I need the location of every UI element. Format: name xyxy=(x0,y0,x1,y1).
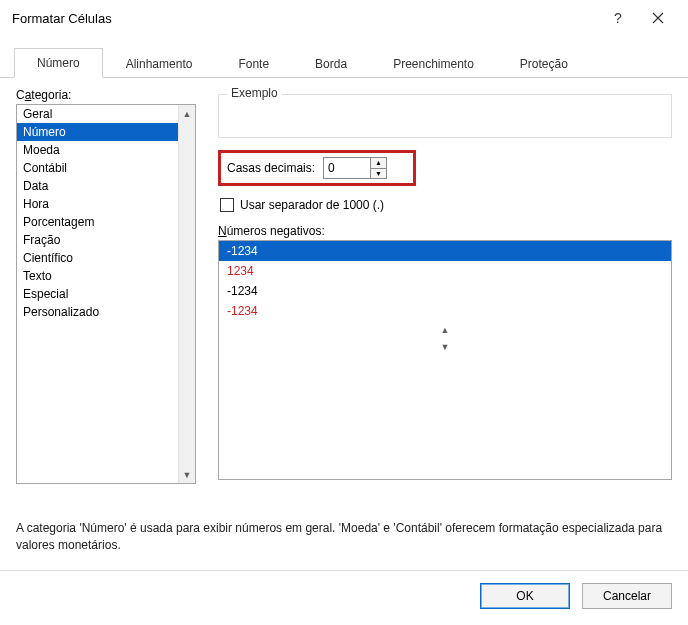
category-description: A categoria 'Número' é usada para exibir… xyxy=(16,506,672,564)
list-item[interactable]: Geral xyxy=(17,105,195,123)
spinner-buttons: ▲ ▼ xyxy=(370,158,386,178)
decimal-places-input[interactable] xyxy=(324,158,370,178)
negative-numbers-label: Números negativos: xyxy=(218,224,672,238)
list-item[interactable]: 1234 xyxy=(219,261,671,281)
list-item[interactable]: Especial xyxy=(17,285,195,303)
close-icon xyxy=(652,12,664,24)
scroll-down-icon[interactable]: ▼ xyxy=(219,338,671,355)
scroll-up-icon[interactable]: ▲ xyxy=(219,321,671,338)
category-scrollbar[interactable]: ▲ ▼ xyxy=(178,105,195,483)
list-item[interactable]: Data xyxy=(17,177,195,195)
list-item[interactable]: -1234 xyxy=(219,241,671,261)
example-groupbox: Exemplo xyxy=(218,94,672,138)
dialog-title: Formatar Células xyxy=(12,11,598,26)
cancel-button[interactable]: Cancelar xyxy=(582,583,672,609)
negative-numbers-items: -12341234-1234-1234 xyxy=(219,241,671,321)
tab-preenchimento[interactable]: Preenchimento xyxy=(370,49,497,78)
tab-strip: NúmeroAlinhamentoFonteBordaPreenchimento… xyxy=(0,34,688,78)
thousands-separator-row: Usar separador de 1000 (.) xyxy=(218,198,672,212)
format-cells-dialog: Formatar Células ? NúmeroAlinhamentoFont… xyxy=(0,0,688,625)
spinner-down-icon[interactable]: ▼ xyxy=(371,169,386,179)
list-item[interactable]: Científico xyxy=(17,249,195,267)
category-column: Categoria: GeralNúmeroMoedaContábilDataH… xyxy=(16,88,196,506)
tab-alinhamento[interactable]: Alinhamento xyxy=(103,49,216,78)
decimal-places-label: Casas decimais: xyxy=(227,161,315,175)
tab-borda[interactable]: Borda xyxy=(292,49,370,78)
thousands-separator-checkbox[interactable] xyxy=(220,198,234,212)
spinner-up-icon[interactable]: ▲ xyxy=(371,158,386,169)
list-item[interactable]: Texto xyxy=(17,267,195,285)
tab-fonte[interactable]: Fonte xyxy=(215,49,292,78)
negatives-scrollbar[interactable]: ▲ ▼ xyxy=(219,321,671,355)
tab-proteção[interactable]: Proteção xyxy=(497,49,591,78)
list-item[interactable]: Fração xyxy=(17,231,195,249)
list-item[interactable]: Hora xyxy=(17,195,195,213)
close-button[interactable] xyxy=(638,4,678,32)
list-item[interactable]: Personalizado xyxy=(17,303,195,321)
list-item[interactable]: Porcentagem xyxy=(17,213,195,231)
decimal-places-spinner[interactable]: ▲ ▼ xyxy=(323,157,387,179)
negative-numbers-listbox[interactable]: -12341234-1234-1234 ▲ ▼ xyxy=(218,240,672,480)
scroll-track[interactable] xyxy=(179,122,195,466)
category-items: GeralNúmeroMoedaContábilDataHoraPorcenta… xyxy=(17,105,195,321)
titlebar: Formatar Células ? xyxy=(0,0,688,34)
decimal-places-row: Casas decimais: ▲ ▼ xyxy=(218,150,416,186)
list-item[interactable]: Moeda xyxy=(17,141,195,159)
dialog-content: Categoria: GeralNúmeroMoedaContábilDataH… xyxy=(0,78,688,570)
category-listbox[interactable]: GeralNúmeroMoedaContábilDataHoraPorcenta… xyxy=(16,104,196,484)
tab-número[interactable]: Número xyxy=(14,48,103,78)
category-label: Categoria: xyxy=(16,88,196,102)
ok-button[interactable]: OK xyxy=(480,583,570,609)
list-item[interactable]: Número xyxy=(17,123,195,141)
example-label: Exemplo xyxy=(227,86,282,100)
scroll-up-icon[interactable]: ▲ xyxy=(179,105,195,122)
upper-area: Categoria: GeralNúmeroMoedaContábilDataH… xyxy=(16,88,672,506)
thousands-separator-label[interactable]: Usar separador de 1000 (.) xyxy=(240,198,384,212)
list-item[interactable]: Contábil xyxy=(17,159,195,177)
negative-numbers-section: Números negativos: -12341234-1234-1234 ▲… xyxy=(218,224,672,506)
list-item[interactable]: -1234 xyxy=(219,301,671,321)
list-item[interactable]: -1234 xyxy=(219,281,671,301)
scroll-down-icon[interactable]: ▼ xyxy=(179,466,195,483)
dialog-footer: OK Cancelar xyxy=(0,570,688,625)
help-button[interactable]: ? xyxy=(598,4,638,32)
options-column: Exemplo Casas decimais: ▲ ▼ xyxy=(218,88,672,506)
